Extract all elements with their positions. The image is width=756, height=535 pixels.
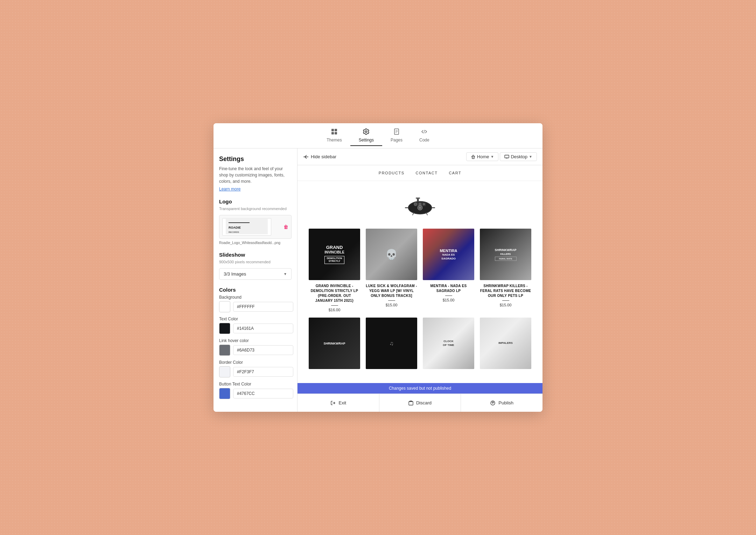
preview-controls: Home ▼ Desktop ▼: [466, 152, 537, 161]
trash-icon: [408, 400, 413, 406]
nav-settings[interactable]: Settings: [350, 125, 382, 146]
border-color-input[interactable]: [233, 367, 293, 377]
svg-rect-15: [505, 155, 509, 158]
nav-code[interactable]: Code: [411, 125, 438, 146]
text-color-row: Text Color: [219, 317, 292, 334]
slideshow-subtitle: 900x500 pixels recommended: [219, 260, 292, 264]
home-icon: [471, 154, 476, 159]
images-dropdown[interactable]: 3/3 Images ▼: [219, 268, 292, 280]
chevron-down-icon: ▼: [284, 272, 287, 276]
svg-point-22: [419, 203, 421, 206]
bottom-actions: Exit Discard: [298, 394, 542, 412]
product-image[interactable]: SHRINKWRAP KILLERS FERAL RATS: [480, 229, 531, 280]
svg-rect-11: [229, 222, 250, 223]
store-nav-contact[interactable]: CONTACT: [416, 171, 438, 175]
link-hover-color-swatch[interactable]: [219, 345, 230, 356]
products-grid: GRAND INVINCIBLE DEMOLITIONSTRICTLY GRAN…: [298, 229, 542, 378]
logo-preview: ROADIE RECORDS 🗑: [219, 215, 292, 239]
text-color-swatch[interactable]: [219, 323, 230, 334]
sidebar-title: Settings: [219, 155, 292, 163]
product-image[interactable]: ♫: [366, 318, 417, 369]
store-nav-cart[interactable]: CART: [449, 171, 461, 175]
background-color-swatch[interactable]: [219, 301, 230, 312]
product-price: $15.00: [443, 298, 455, 302]
link-hover-color-row: Link hover color: [219, 338, 292, 356]
text-color-input[interactable]: [233, 324, 293, 333]
store-nav: PRODUCTS CONTACT CART: [298, 165, 542, 181]
product-divider: [502, 300, 509, 301]
discard-button[interactable]: Discard: [379, 394, 461, 412]
delete-logo-icon[interactable]: 🗑: [284, 224, 288, 230]
hide-sidebar-button[interactable]: Hide sidebar: [303, 154, 336, 160]
product-image[interactable]: CLOCKOF TIME: [423, 318, 474, 369]
background-color-label: Background: [219, 295, 292, 300]
learn-more-link[interactable]: Learn more: [219, 187, 292, 192]
button-text-color-input[interactable]: [233, 389, 293, 398]
changes-banner: Changes saved but not published: [298, 383, 542, 394]
exit-button[interactable]: Exit: [298, 394, 379, 412]
svg-rect-0: [331, 129, 334, 131]
background-color-input[interactable]: [233, 302, 293, 312]
arrow-left-icon: [303, 154, 309, 160]
button-text-color-row: Button Text Color: [219, 382, 292, 399]
preview-area: Hide sidebar Home ▼: [298, 148, 542, 412]
svg-rect-1: [335, 129, 337, 131]
svg-point-31: [419, 207, 421, 209]
link-hover-color-input[interactable]: [233, 345, 293, 355]
border-color-swatch[interactable]: [219, 366, 230, 377]
text-color-label: Text Color: [219, 317, 292, 321]
exit-label: Exit: [339, 400, 346, 405]
button-text-color-label: Button Text Color: [219, 382, 292, 387]
store-logo-area: [298, 181, 542, 229]
product-card: CLOCKOF TIME: [423, 318, 474, 373]
desktop-label: Desktop: [511, 154, 527, 159]
product-image[interactable]: SHRINKWRAP: [309, 318, 360, 369]
themes-icon: [331, 128, 338, 136]
slideshow-section: Slideshow 900x500 pixels recommended 3/3…: [219, 252, 292, 280]
svg-line-8: [424, 130, 425, 133]
nav-pages-label: Pages: [391, 138, 402, 143]
desktop-button[interactable]: Desktop ▼: [500, 152, 537, 161]
store-preview: PRODUCTS CONTACT CART: [298, 165, 542, 383]
svg-rect-33: [409, 402, 413, 405]
product-divider: [388, 300, 395, 301]
product-title: MENTIRA - NADA ES SAGRADO LP: [423, 284, 474, 293]
exit-icon: [330, 400, 336, 406]
button-text-color-swatch[interactable]: [219, 388, 230, 399]
product-price: $15.00: [500, 303, 512, 307]
product-image[interactable]: 💀: [366, 229, 417, 280]
colors-section: Colors Background Text Color: [219, 287, 292, 399]
main-layout: Settings Fine-tune the look and feel of …: [214, 148, 542, 412]
publish-button[interactable]: Publish: [461, 394, 542, 412]
store-nav-products[interactable]: PRODUCTS: [379, 171, 405, 175]
svg-rect-2: [331, 132, 334, 134]
product-card: ♫: [366, 318, 417, 373]
product-title: GRAND INVINCIBLE - DEMOLITION STRICTLY L…: [309, 284, 360, 303]
bottom-bar: Changes saved but not published Exit: [298, 383, 542, 412]
publish-icon: [490, 400, 496, 406]
svg-text:RECORDS: RECORDS: [229, 231, 239, 233]
product-card: GRAND INVINCIBLE DEMOLITIONSTRICTLY GRAN…: [309, 229, 360, 312]
nav-pages[interactable]: Pages: [382, 125, 411, 146]
product-image[interactable]: IMPALERS: [480, 318, 531, 369]
background-color-row: Background: [219, 295, 292, 312]
product-price: $15.00: [386, 303, 398, 307]
link-hover-color-label: Link hover color: [219, 338, 292, 343]
nav-themes[interactable]: Themes: [318, 125, 350, 146]
home-button[interactable]: Home ▼: [466, 152, 499, 161]
sidebar-description: Fine-tune the look and feel of your shop…: [219, 166, 292, 185]
product-card: IMPALERS: [480, 318, 531, 373]
svg-rect-25: [416, 197, 420, 199]
product-image[interactable]: GRAND INVINCIBLE DEMOLITIONSTRICTLY: [309, 229, 360, 280]
product-card: SHRINKWRAP: [309, 318, 360, 373]
border-color-row: Border Color: [219, 360, 292, 377]
svg-rect-3: [335, 132, 337, 134]
product-price: $16.00: [329, 308, 341, 312]
svg-point-21: [414, 203, 417, 206]
publish-label: Publish: [498, 400, 513, 405]
home-chevron-icon: ▼: [490, 155, 494, 159]
product-image[interactable]: MENTIRA NADA ES SAGRADO: [423, 229, 474, 280]
app-window: Themes Settings Pages: [214, 123, 542, 412]
settings-icon: [363, 128, 370, 136]
product-divider: [331, 305, 338, 306]
